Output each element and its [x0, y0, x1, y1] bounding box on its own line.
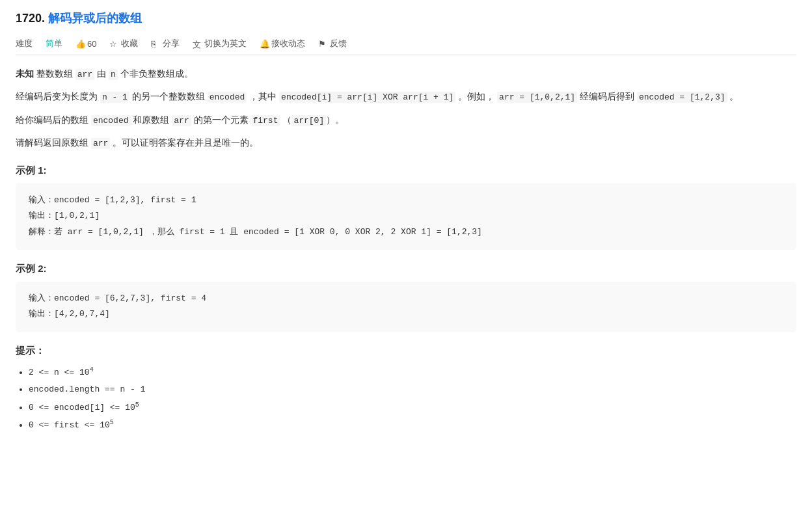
hint-item-3: 0 <= encoded[i] <= 105	[29, 398, 796, 416]
translate-icon: 文	[193, 39, 202, 48]
hint-2-text: encoded.length == n - 1	[29, 384, 145, 394]
example1-box: 输入：encoded = [1,2,3], first = 1 输出：[1,0,…	[16, 183, 796, 250]
example2-box: 输入：encoded = [6,2,7,3], first = 4 输出：[4,…	[16, 282, 796, 332]
example2-output-label: 输出：	[29, 309, 54, 319]
hint-item-2: encoded.length == n - 1	[29, 381, 796, 398]
share-button[interactable]: ⎘ 分享	[151, 38, 180, 49]
hint-1-text: 2 <= n <= 104	[29, 368, 94, 377]
example1-explanation-value: 若 arr = [1,0,2,1] ，那么 first = 1 且 encode…	[54, 227, 482, 237]
example2-input-label: 输入：	[29, 293, 54, 303]
feedback-label: 反馈	[330, 38, 347, 49]
notify-label: 接收动态	[271, 38, 305, 49]
feedback-button[interactable]: ⚑ 反馈	[318, 38, 347, 49]
share-label: 分享	[163, 38, 180, 49]
example1-explanation: 解释：若 arr = [1,0,2,1] ，那么 first = 1 且 enc…	[29, 224, 783, 241]
translate-button[interactable]: 文 切换为英文	[193, 38, 247, 49]
example1-output-label: 输出：	[29, 211, 54, 221]
share-icon: ⎘	[151, 39, 160, 48]
example2-title: 示例 2:	[16, 263, 796, 275]
hint-4-text: 0 <= first <= 105	[29, 420, 114, 430]
feedback-icon: ⚑	[318, 39, 327, 48]
collect-button[interactable]: ☆ 收藏	[109, 38, 138, 49]
toolbar: 难度 简单 👍 60 ☆ 收藏 ⎘ 分享 文 切换为英文 🔔 接收动态 ⚑ 反馈	[16, 33, 796, 55]
example1-output: 输出：[1,0,2,1]	[29, 208, 783, 224]
like-count: 60	[87, 39, 96, 49]
hint-item-4: 0 <= first <= 105	[29, 416, 796, 434]
like-icon: 👍	[75, 39, 85, 48]
hint-3-text: 0 <= encoded[i] <= 105	[29, 403, 139, 412]
example1-input-value: encoded = [1,2,3], first = 1	[54, 195, 196, 205]
example1-input-label: 输入：	[29, 195, 54, 205]
example1-explanation-label: 解释：	[29, 227, 54, 237]
difficulty-label: 难度	[16, 38, 33, 49]
example2-output: 输出：[4,2,0,7,4]	[29, 306, 783, 323]
notify-icon: 🔔	[260, 39, 269, 48]
collect-label: 收藏	[121, 38, 138, 49]
example1-input: 输入：encoded = [1,2,3], first = 1	[29, 193, 783, 209]
hints-section: 提示： 2 <= n <= 104 encoded.length == n - …	[16, 345, 796, 434]
like-button[interactable]: 👍 60	[75, 39, 96, 49]
problem-title: 1720. 解码异或后的数组	[16, 10, 796, 26]
problem-title-link[interactable]: 解码异或后的数组	[48, 12, 142, 25]
main-container: 1720. 解码异或后的数组 难度 简单 👍 60 ☆ 收藏 ⎘ 分享 文 切换…	[0, 0, 812, 444]
hints-title: 提示：	[16, 345, 796, 357]
example1-title: 示例 1:	[16, 165, 796, 177]
difficulty-value: 简单	[46, 38, 62, 49]
hint-item-1: 2 <= n <= 104	[29, 364, 796, 381]
description-para4: 请解码返回原数组 arr 。可以证明答案存在并且是唯一的。	[16, 135, 796, 151]
description-para1: 未知 整数数组 arr 由 n 个非负整数组成。	[16, 66, 796, 82]
description-para3: 给你编码后的数组 encoded 和原数组 arr 的第一个元素 first （…	[16, 112, 796, 128]
collect-icon: ☆	[109, 39, 118, 48]
example2-input-value: encoded = [6,2,7,3], first = 4	[54, 293, 206, 303]
example2-input: 输入：encoded = [6,2,7,3], first = 4	[29, 291, 783, 307]
example1-output-value: [1,0,2,1]	[54, 211, 100, 221]
notify-button[interactable]: 🔔 接收动态	[260, 38, 305, 49]
example2-output-value: [4,2,0,7,4]	[54, 309, 110, 319]
translate-label: 切换为英文	[204, 38, 247, 49]
description-para2: 经编码后变为长度为 n - 1 的另一个整数数组 encoded ，其中 enc…	[16, 88, 796, 105]
problem-body: 未知 整数数组 arr 由 n 个非负整数组成。 经编码后变为长度为 n - 1…	[16, 66, 796, 152]
problem-number: 1720.	[16, 12, 45, 25]
hints-list: 2 <= n <= 104 encoded.length == n - 1 0 …	[16, 364, 796, 434]
